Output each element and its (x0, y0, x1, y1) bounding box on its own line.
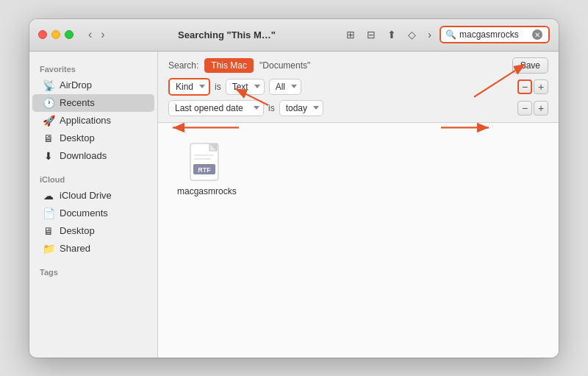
search-clear-button[interactable]: ✕ (532, 29, 542, 40)
file-area: RTF macgasmrocks (158, 123, 559, 358)
window-title: Searching "This M…" (124, 29, 330, 40)
sidebar-item-recents[interactable]: 🕐 Recents (32, 94, 154, 112)
search-box[interactable]: 🔍 ✕ (440, 26, 550, 43)
sidebar-label-icloud-drive: iCloud Drive (60, 190, 112, 201)
sidebar-label-recents: Recents (60, 97, 95, 108)
filter-is-label-2: is (268, 103, 275, 113)
search-scope-row: Search: This Mac "Documents" Save (168, 57, 548, 74)
shared-icon: 📁 (43, 243, 54, 255)
filter-all-select[interactable]: All (269, 79, 301, 95)
remove-filter-button-2[interactable]: − (517, 101, 532, 116)
view-options-button[interactable]: ⊟ (363, 26, 379, 43)
traffic-lights (38, 30, 74, 39)
icloud-desktop-icon: 🖥 (43, 225, 54, 237)
documents-icon: 📄 (43, 207, 54, 219)
tags-label: Tags (29, 263, 157, 280)
nav-buttons: ‹ › (85, 26, 108, 43)
titlebar: ‹ › Searching "This M…" ⊞ ⊟ ⬆ ◇ › 🔍 ✕ (29, 19, 559, 52)
chevron-right-button[interactable]: › (424, 26, 435, 43)
downloads-icon: ⬇ (43, 150, 54, 162)
applications-icon: 🚀 (43, 115, 54, 127)
icloud-label: iCloud (29, 171, 157, 187)
content-area: Favorites 📡 AirDrop 🕐 Recents 🚀 Applicat… (29, 52, 559, 358)
filter-row-2: Last opened date is today − + (168, 100, 548, 116)
sidebar-item-icloud-desktop[interactable]: 🖥 Desktop (32, 222, 154, 240)
sidebar-item-icloud-drive[interactable]: ☁ iCloud Drive (32, 187, 154, 205)
add-filter-button-2[interactable]: + (534, 101, 548, 116)
sidebar-label-icloud-desktop: Desktop (60, 225, 95, 236)
scope-this-mac-button[interactable]: This Mac (204, 58, 254, 73)
sidebar-item-airdrop[interactable]: 📡 AirDrop (32, 77, 154, 94)
file-item[interactable]: RTF macgasmrocks (173, 138, 241, 201)
filter-kind-select[interactable]: Kind (168, 78, 210, 96)
recents-icon: 🕐 (43, 97, 54, 109)
add-filter-button-1[interactable]: + (534, 79, 548, 94)
airdrop-icon: 📡 (43, 79, 54, 91)
tag-button[interactable]: ◇ (404, 26, 420, 43)
filter-is-label: is (215, 82, 221, 92)
filter-text-select[interactable]: Text (226, 79, 265, 95)
sidebar-label-documents: Documents (60, 207, 108, 219)
filter-add-remove-1: − + (517, 79, 548, 94)
maximize-button[interactable] (65, 30, 74, 39)
svg-text:RTF: RTF (198, 166, 212, 174)
titlebar-actions: ⊞ ⊟ ⬆ ◇ › 🔍 ✕ (343, 26, 550, 43)
filter-date-select[interactable]: Last opened date (168, 100, 264, 116)
sidebar-label-shared: Shared (60, 243, 90, 254)
view-grid-button[interactable]: ⊞ (343, 26, 359, 43)
sidebar-label-downloads: Downloads (60, 150, 107, 161)
sidebar-item-desktop[interactable]: 🖥 Desktop (32, 130, 154, 147)
close-button[interactable] (38, 30, 47, 39)
toolbar: Search: This Mac "Documents" Save Kind i… (158, 52, 559, 123)
desktop-icon: 🖥 (43, 132, 54, 144)
sidebar-label-airdrop: AirDrop (60, 79, 92, 91)
main-panel: Search: This Mac "Documents" Save Kind i… (158, 52, 559, 358)
filter-row-1: Kind is Text All − + (168, 78, 548, 96)
icloud-drive-icon: ☁ (43, 190, 54, 202)
scope-documents-label: "Documents" (259, 60, 310, 71)
sidebar-label-applications: Applications (60, 115, 111, 126)
sidebar-item-documents[interactable]: 📄 Documents (32, 205, 154, 222)
remove-filter-button-1[interactable]: − (517, 79, 532, 94)
forward-button[interactable]: › (98, 26, 107, 43)
favorites-label: Favorites (29, 60, 157, 77)
sidebar-label-desktop: Desktop (60, 132, 95, 143)
minimize-button[interactable] (51, 30, 60, 39)
filter-add-remove-2: − + (517, 101, 548, 116)
sidebar: Favorites 📡 AirDrop 🕐 Recents 🚀 Applicat… (29, 52, 158, 358)
file-name: macgasmrocks (177, 186, 237, 196)
share-button[interactable]: ⬆ (384, 26, 400, 43)
filter-today-select[interactable]: today (279, 100, 323, 116)
search-label: Search: (168, 60, 198, 71)
save-button[interactable]: Save (512, 57, 548, 74)
back-button[interactable]: ‹ (85, 26, 95, 43)
search-icon: 🔍 (445, 29, 456, 40)
file-icon: RTF (189, 142, 224, 183)
sidebar-item-applications[interactable]: 🚀 Applications (32, 112, 154, 130)
sidebar-item-shared[interactable]: 📁 Shared (32, 240, 154, 258)
finder-window: ‹ › Searching "This M…" ⊞ ⊟ ⬆ ◇ › 🔍 ✕ Fa… (29, 19, 559, 358)
sidebar-item-downloads[interactable]: ⬇ Downloads (32, 147, 154, 165)
search-input[interactable] (459, 29, 529, 40)
